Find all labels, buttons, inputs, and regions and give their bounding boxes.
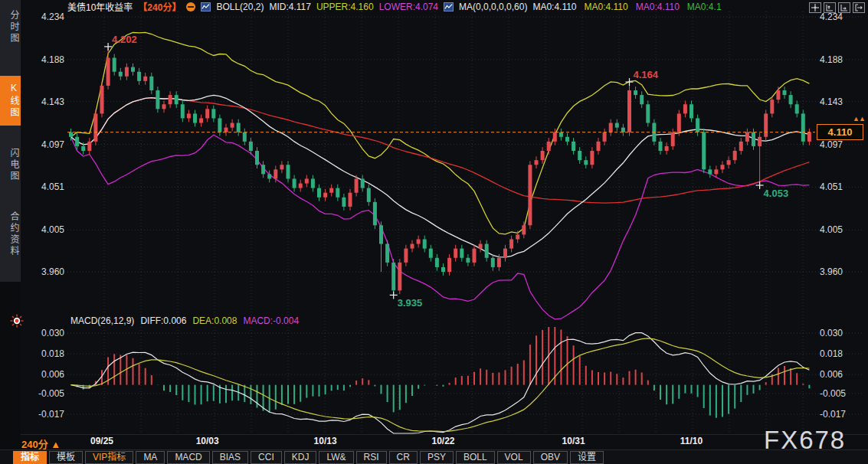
interval-label: 【240分】 — [138, 0, 181, 13]
chart-header: 美债10年收益率 【240分】 BOLL(20,2) MID:4.117 UPP… — [67, 1, 722, 12]
toolbar-tab-VOL[interactable]: VOL — [497, 451, 531, 464]
price-tick-right-4: 4.051 — [820, 181, 843, 192]
ma-value-3: MA0:4.1 — [687, 2, 722, 12]
date-tick-0: 09/25 — [90, 436, 113, 446]
current-price-badge: 4.110 — [817, 124, 863, 140]
price-tick-left-4: 4.051 — [23, 181, 64, 192]
ma-value-0: MA0:4.110 — [532, 2, 576, 12]
price-annotation-4.202: 4.202 — [112, 34, 137, 45]
price-tick-right-3: 4.097 — [820, 139, 843, 150]
boll-lower-value: LOWER:4.074 — [379, 2, 438, 12]
price-tick-left-5: 4.005 — [23, 224, 64, 235]
toolbar-tab-VIP指标[interactable]: VIP指标 — [85, 451, 133, 464]
latest-marker-icon[interactable]: ▲▲ — [853, 115, 865, 123]
sidebar-item-0[interactable]: 分时图 — [0, 3, 21, 51]
price-tick-left-3: 4.097 — [23, 139, 64, 150]
boll-mid-value: MID:4.117 — [269, 2, 310, 12]
ma-label: MA(0,0,0,0,0,60) — [459, 2, 527, 12]
boll-upper-value: UPPER:4.160 — [316, 2, 374, 12]
macd-tick-right-4: -0.017 — [820, 409, 846, 420]
price-tick-left-2: 4.143 — [23, 96, 64, 107]
toolbar-tab-CR[interactable]: CR — [389, 451, 418, 464]
toolbar-tab-指标[interactable]: 指标 — [13, 451, 47, 464]
macd-header: MACD(26,12,9) DIFF:0.006 DEA:0.008 MACD:… — [70, 315, 299, 326]
toolbar-tab-LW&[interactable]: LW& — [319, 451, 353, 464]
toolbar-tab-OBV[interactable]: OBV — [533, 451, 568, 464]
price-annotation-4.053: 4.053 — [764, 188, 789, 199]
boll-chart-icon — [201, 2, 211, 11]
chart-canvas[interactable] — [0, 0, 868, 464]
export-icon[interactable] — [853, 2, 865, 13]
symbol-title: 美债10年收益率 — [67, 0, 133, 13]
macd-dea-value: DEA:0.008 — [192, 315, 237, 326]
toolbar-tab-BOLL[interactable]: BOLL — [456, 451, 495, 464]
toolbar-tab-MA[interactable]: MA — [136, 451, 165, 464]
alert-dot-icon[interactable] — [10, 314, 24, 328]
ma-value-2: MA0:4.110 — [636, 2, 680, 12]
indicator-toolbar: 指标模板VIP指标MAMACDBIASCCIKDJLW&RSICRPSYBOLL… — [0, 449, 868, 464]
macd-params-label: MACD(26,12,9) — [70, 315, 134, 326]
macd-tick-left-4: -0.017 — [23, 409, 64, 420]
price-annotation-4.164: 4.164 — [634, 69, 659, 80]
macd-tick-left-2: 0.006 — [23, 369, 64, 380]
sidebar-item-1[interactable]: K线图 — [0, 76, 21, 126]
sidebar-item-3[interactable]: 合约资料 — [0, 204, 21, 264]
xaxis-separator — [0, 434, 868, 435]
ma-values: MA0:4.110MA0:4.110MA0:4.110MA0:4.1 — [532, 2, 721, 12]
toolbar-tab-BIAS[interactable]: BIAS — [212, 451, 248, 464]
sidebar-item-2[interactable]: 闪电图 — [0, 141, 21, 189]
toolbar-tab-KDJ[interactable]: KDJ — [284, 451, 317, 464]
boll-label: BOLL(20,2) — [216, 2, 264, 12]
sidebar: 分时图K线图闪电图合约资料 — [0, 0, 21, 464]
price-tick-right-1: 4.188 — [820, 54, 843, 65]
toolbar-tab-模板[interactable]: 模板 — [49, 451, 83, 464]
toolbar-tab-PSY[interactable]: PSY — [420, 451, 454, 464]
macd-tick-right-0: 0.030 — [820, 328, 843, 338]
macd-macd-value: MACD:-0.004 — [243, 315, 299, 326]
price-tick-left-1: 4.188 — [23, 54, 64, 65]
price-tick-right-0: 4.234 — [820, 11, 843, 22]
date-tick-3: 10/22 — [431, 436, 454, 446]
toolbar-tab-设置[interactable]: 设置 — [570, 451, 604, 464]
macd-tick-right-3: -0.005 — [820, 388, 846, 399]
toolbar-tab-CCI[interactable]: CCI — [251, 451, 282, 464]
date-tick-5: 11/10 — [680, 436, 703, 446]
macd-diff-value: DIFF:0.006 — [140, 315, 186, 326]
macd-tick-left-0: 0.030 — [23, 328, 64, 338]
macd-tick-left-3: -0.005 — [23, 388, 64, 399]
price-tick-right-6: 3.960 — [820, 266, 843, 277]
trading-app: 分时图K线图闪电图合约资料 美债10年收益率 【240分】 BOLL(20,2)… — [0, 0, 868, 464]
date-tick-2: 10/13 — [314, 436, 337, 446]
collapse-indicator-icon[interactable] — [186, 2, 195, 11]
toolbar-tab-RSI[interactable]: RSI — [356, 451, 387, 464]
macd-tick-left-1: 0.018 — [23, 348, 64, 359]
price-tick-left-6: 3.960 — [23, 266, 64, 277]
toolbar-tab-MACD[interactable]: MACD — [167, 451, 209, 464]
date-tick-4: 10/31 — [562, 436, 585, 446]
macd-tick-right-1: 0.018 — [820, 348, 843, 359]
date-tick-1: 10/03 — [196, 436, 219, 446]
ma-chart-icon — [444, 2, 454, 11]
price-tick-right-2: 4.143 — [820, 96, 843, 107]
price-tick-right-5: 4.005 — [820, 224, 843, 235]
price-tick-left-0: 4.234 — [23, 11, 64, 22]
macd-tick-right-2: 0.006 — [820, 369, 843, 380]
ma-value-1: MA0:4.110 — [585, 2, 628, 12]
price-annotation-3.935: 3.935 — [398, 297, 423, 309]
